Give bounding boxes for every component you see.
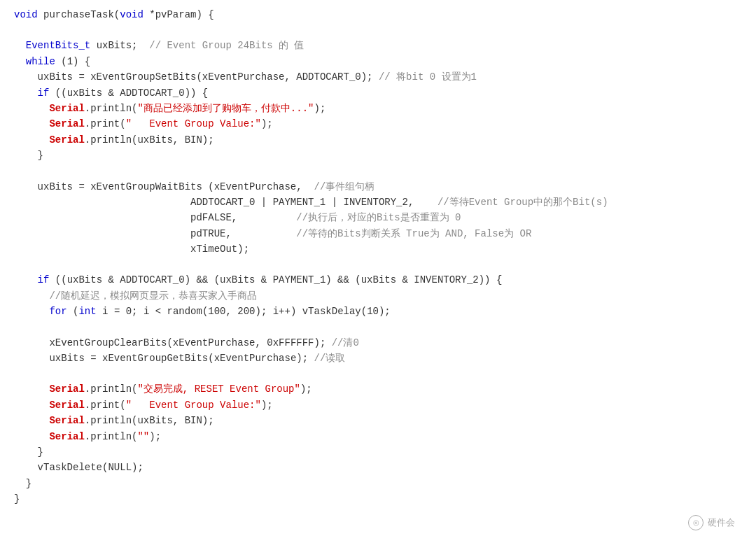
comment-token: //等待的Bits判断关系 True为 AND, False为 OR <box>296 226 531 241</box>
serial-token: Serial <box>49 413 84 428</box>
kw-token: if <box>38 85 50 101</box>
code-line <box>0 366 756 381</box>
normal-token: (1) { <box>55 54 90 69</box>
code-line: vTaskDelete(NULL); <box>0 460 756 475</box>
kw-token: while <box>26 54 55 69</box>
code-line: uxBits = xEventGroupGetBits(xEventPurcha… <box>0 351 756 366</box>
code-line: } <box>0 444 756 460</box>
normal-token: pdTRUE, <box>14 226 296 241</box>
normal-token: .println( <box>85 381 138 397</box>
normal-token: } <box>14 491 20 507</box>
comment-token: // 将bit 0 设置为1 <box>379 69 477 85</box>
code-line: Serial.println(""); <box>0 429 756 444</box>
str-token: "商品已经添加到了购物车，付款中..." <box>137 101 314 116</box>
code-line: xEventGroupClearBits(xEventPurchase, 0xF… <box>0 335 756 351</box>
normal-token: .println( <box>85 101 138 116</box>
code-line: } <box>0 491 756 507</box>
code-line: uxBits = xEventGroupWaitBits (xEventPurc… <box>0 179 756 195</box>
code-line: for (int i = 0; i < random(100, 200); i+… <box>0 304 756 319</box>
normal-token: ADDTOCART_0 | PAYMENT_1 | INVENTORY_2, <box>14 195 438 210</box>
code-block: void purchaseTask(void *pvParam) { Event… <box>0 7 756 507</box>
code-line: Serial.println("交易完成, RESET Event Group"… <box>0 381 756 397</box>
serial-token: Serial <box>49 397 84 413</box>
code-line: void purchaseTask(void *pvParam) { <box>0 7 756 22</box>
kw-token: if <box>38 272 50 288</box>
watermark-icon: ◎ <box>688 515 704 530</box>
normal-token: } <box>38 148 43 163</box>
comment-token: //随机延迟，模拟网页显示，恭喜买家入手商品 <box>49 288 257 304</box>
serial-token: Serial <box>49 381 84 397</box>
comment-token: // Event Group 24Bits 的 值 <box>149 38 304 53</box>
code-line: Serial.print(" Event Group Value:"); <box>0 116 756 132</box>
normal-token: purchaseTask( <box>38 7 120 22</box>
normal-token: } <box>38 444 43 460</box>
watermark: ◎ 硬件会 <box>688 515 735 530</box>
str-token: " Event Group Value:" <box>126 397 261 413</box>
normal-token: uxBits = xEventGroupSetBits(xEventPurcha… <box>38 69 379 85</box>
comment-token: //等待Event Group中的那个Bit(s) <box>438 195 608 210</box>
kw-token: void <box>14 7 38 22</box>
normal-token: uxBits = xEventGroupGetBits(xEventPurcha… <box>49 351 314 366</box>
code-line: Serial.println(uxBits, BIN); <box>0 132 756 148</box>
watermark-text: 硬件会 <box>708 516 735 530</box>
normal-token: uxBits = xEventGroupWaitBits (xEventPurc… <box>38 179 314 195</box>
normal-token: ); <box>261 116 273 132</box>
code-line: while (1) { <box>0 54 756 69</box>
code-line <box>0 22 756 38</box>
normal-token: ((uxBits & ADDTOCART_0)) { <box>49 85 208 101</box>
serial-token: Serial <box>49 116 84 132</box>
normal-token: xEventGroupClearBits(xEventPurchase, 0xF… <box>49 335 331 351</box>
code-line: uxBits = xEventGroupSetBits(xEventPurcha… <box>0 69 756 85</box>
comment-token: //事件组句柄 <box>314 179 374 195</box>
code-line: Serial.println("商品已经添加到了购物车，付款中..."); <box>0 101 756 116</box>
str-token: "" <box>137 429 149 444</box>
serial-token: Serial <box>49 101 84 116</box>
type-token: EventBits_t <box>26 38 90 53</box>
code-line: Serial.println(uxBits, BIN); <box>0 413 756 428</box>
normal-token: .print( <box>85 116 126 132</box>
normal-token: i = 0; i < random(100, 200); i++) vTaskD… <box>97 304 391 319</box>
code-line: if ((uxBits & ADDTOCART_0) && (uxBits & … <box>0 272 756 288</box>
code-line: pdTRUE, //等待的Bits判断关系 True为 AND, False为 … <box>0 226 756 241</box>
code-line <box>0 257 756 272</box>
normal-token: .print( <box>85 397 126 413</box>
code-line <box>0 320 756 335</box>
code-line: } <box>0 476 756 491</box>
normal-token: } <box>26 476 31 491</box>
normal-token: xTimeOut); <box>14 241 249 257</box>
serial-token: Serial <box>49 132 84 148</box>
normal-token: ); <box>149 429 161 444</box>
comment-token: //清0 <box>332 335 359 351</box>
code-line: //随机延迟，模拟网页显示，恭喜买家入手商品 <box>0 288 756 304</box>
normal-token: *pvParam) { <box>144 7 214 22</box>
normal-token: pdFALSE, <box>14 210 296 225</box>
code-line: } <box>0 148 756 163</box>
normal-token: ); <box>314 101 326 116</box>
normal-token: ); <box>261 397 273 413</box>
kw-token: void <box>120 7 144 22</box>
code-line: pdFALSE, //执行后，对应的Bits是否重置为 0 <box>0 210 756 225</box>
normal-token: uxBits; <box>90 38 149 53</box>
kw-token: int <box>78 304 96 319</box>
code-line: xTimeOut); <box>0 241 756 257</box>
normal-token: .println(uxBits, BIN); <box>85 413 214 428</box>
code-line <box>0 164 756 179</box>
kw-token: for <box>49 304 66 319</box>
code-line: Serial.print(" Event Group Value:"); <box>0 397 756 413</box>
comment-token: //执行后，对应的Bits是否重置为 0 <box>296 210 461 225</box>
code-line: EventBits_t uxBits; // Event Group 24Bit… <box>0 38 756 53</box>
normal-token: vTaskDelete(NULL); <box>38 460 144 475</box>
normal-token: .println( <box>85 429 138 444</box>
normal-token: ); <box>300 381 312 397</box>
comment-token: //读取 <box>314 351 345 366</box>
code-line: ADDTOCART_0 | PAYMENT_1 | INVENTORY_2, /… <box>0 195 756 210</box>
code-container: void purchaseTask(void *pvParam) { Event… <box>0 0 756 543</box>
normal-token: ( <box>67 304 79 319</box>
normal-token: .println(uxBits, BIN); <box>85 132 214 148</box>
code-line: if ((uxBits & ADDTOCART_0)) { <box>0 85 756 101</box>
str-token: "交易完成, RESET Event Group" <box>137 381 300 397</box>
serial-token: Serial <box>49 429 84 444</box>
str-token: " Event Group Value:" <box>126 116 261 132</box>
normal-token: ((uxBits & ADDTOCART_0) && (uxBits & PAY… <box>49 272 502 288</box>
